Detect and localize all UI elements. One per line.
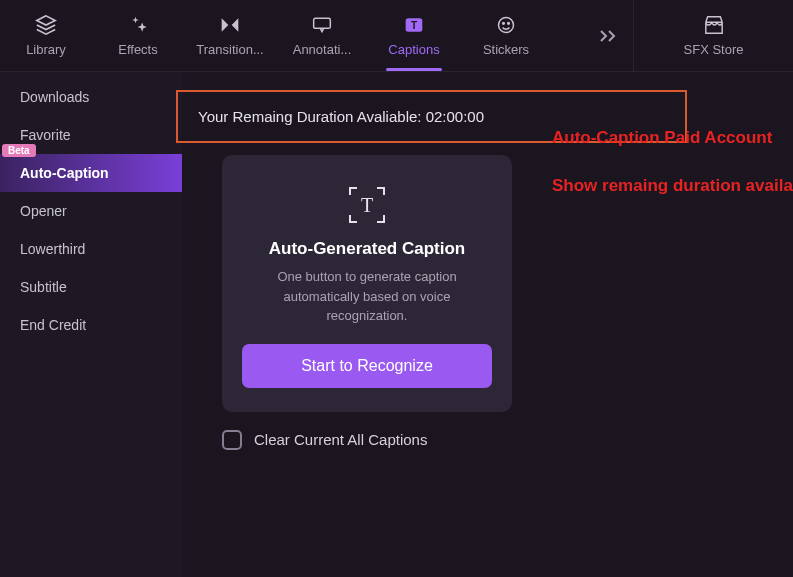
tab-label: Effects xyxy=(118,42,158,57)
tab-library[interactable]: Library xyxy=(0,0,92,71)
tab-sfx-store[interactable]: SFX Store xyxy=(633,0,793,71)
auto-caption-card: T Auto-Generated Caption One button to g… xyxy=(222,155,512,412)
svg-text:T: T xyxy=(411,20,417,31)
sidebar-item-subtitle[interactable]: Subtitle xyxy=(0,268,182,306)
annotation-title: Auto-Caption Paid Account xyxy=(552,128,772,148)
sidebar-item-label: Auto-Caption xyxy=(20,165,109,181)
sidebar: Downloads Favorite Beta Auto-Caption Ope… xyxy=(0,72,182,577)
tab-label: Captions xyxy=(388,42,439,57)
sidebar-item-downloads[interactable]: Downloads xyxy=(0,78,182,116)
tab-stickers[interactable]: Stickers xyxy=(460,0,552,71)
overflow-button[interactable] xyxy=(583,0,633,71)
duration-prefix: Your Remaing Duration Avaliable: xyxy=(198,108,426,125)
tab-label: SFX Store xyxy=(684,42,744,57)
captions-icon: T xyxy=(403,14,425,36)
annotation-icon xyxy=(311,14,333,36)
tab-label: Transition... xyxy=(196,42,263,57)
main-panel: Your Remaing Duration Avaliable: 02:00:0… xyxy=(182,72,793,577)
tab-captions[interactable]: T Captions xyxy=(368,0,460,71)
svg-point-5 xyxy=(508,23,510,25)
clear-captions-label: Clear Current All Captions xyxy=(254,431,427,448)
tab-annotation[interactable]: Annotati... xyxy=(276,0,368,71)
tab-label: Stickers xyxy=(483,42,529,57)
annotation-subtitle: Show remaing duration available of your … xyxy=(552,176,793,196)
beta-badge: Beta xyxy=(2,144,36,157)
sidebar-item-label: Favorite xyxy=(20,127,71,143)
svg-text:T: T xyxy=(361,194,373,216)
stack-icon xyxy=(35,14,57,36)
sidebar-item-label: Subtitle xyxy=(20,279,67,295)
transition-icon xyxy=(219,14,241,36)
tab-transition[interactable]: Transition... xyxy=(184,0,276,71)
sidebar-item-label: Downloads xyxy=(20,89,89,105)
tab-label: Annotati... xyxy=(293,42,352,57)
sidebar-item-label: Lowerthird xyxy=(20,241,85,257)
sidebar-item-label: Opener xyxy=(20,203,67,219)
sparkle-icon xyxy=(127,14,149,36)
store-icon xyxy=(703,14,725,36)
clear-captions-checkbox[interactable] xyxy=(222,430,242,450)
tab-effects[interactable]: Effects xyxy=(92,0,184,71)
sticker-icon xyxy=(495,14,517,36)
sidebar-item-label: End Credit xyxy=(20,317,86,333)
card-description: One button to generate caption automatic… xyxy=(242,267,492,326)
svg-rect-0 xyxy=(314,18,331,28)
tab-label: Library xyxy=(26,42,66,57)
card-title: Auto-Generated Caption xyxy=(242,239,492,259)
sidebar-item-end-credit[interactable]: End Credit xyxy=(0,306,182,344)
duration-value: 02:00:00 xyxy=(426,108,484,125)
svg-point-4 xyxy=(503,23,505,25)
svg-point-3 xyxy=(499,18,514,33)
start-recognize-button[interactable]: Start to Recognize xyxy=(242,344,492,388)
sidebar-item-auto-caption[interactable]: Beta Auto-Caption xyxy=(0,154,182,192)
sidebar-item-opener[interactable]: Opener xyxy=(0,192,182,230)
text-frame-icon: T xyxy=(345,183,389,227)
sidebar-item-lowerthird[interactable]: Lowerthird xyxy=(0,230,182,268)
